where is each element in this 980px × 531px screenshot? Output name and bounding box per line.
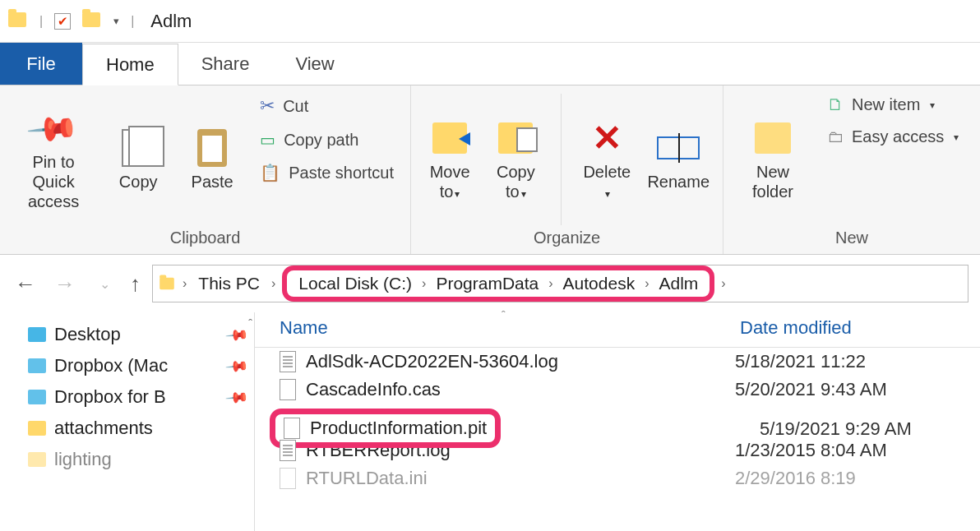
easy-access-button[interactable]: 🗀 Easy access▾ xyxy=(824,126,962,148)
title-bar: | ✔ ▾ | Adlm xyxy=(0,0,980,43)
tab-view[interactable]: View xyxy=(272,43,357,85)
sort-indicator-icon: ˆ xyxy=(502,309,506,322)
pin-icon: 📌 xyxy=(224,322,250,348)
file-icon xyxy=(280,379,296,400)
paste-shortcut-icon: 📋 xyxy=(260,163,280,182)
file-row[interactable]: CascadeInfo.cas 5/20/2021 9:43 AM xyxy=(255,376,980,404)
chevron-right-icon[interactable]: › xyxy=(270,276,277,291)
tab-home[interactable]: Home xyxy=(82,44,178,85)
new-item-button[interactable]: 🗋 New item▾ xyxy=(824,94,962,116)
new-folder-icon xyxy=(755,122,791,154)
window-title: Adlm xyxy=(150,11,192,32)
copy-label: Copy xyxy=(119,172,158,192)
address-bar[interactable]: › This PC › Local Disk (C:) › ProgramDat… xyxy=(152,265,968,302)
sidebar-item-dropbox-b[interactable]: Dropbox for B 📌 xyxy=(3,381,251,413)
dropbox-icon xyxy=(28,358,46,373)
desktop-icon xyxy=(28,327,46,342)
group-label-organize: Organize xyxy=(424,225,710,251)
nav-row: ← → ⌄ ↑ › This PC › Local Disk (C:) › Pr… xyxy=(0,255,980,312)
rename-button[interactable]: Rename xyxy=(647,94,710,225)
paste-label: Paste xyxy=(192,172,233,192)
copy-path-button[interactable]: ▭ Copy path xyxy=(257,128,397,151)
delete-x-icon: ✕ xyxy=(592,117,622,160)
ribbon-tabs: File Home Share View xyxy=(0,43,980,85)
group-organize: Move to▾ Copy to▾ ✕ Delete▾ Rename Organ… xyxy=(411,85,723,254)
breadcrumb-autodesk[interactable]: Autodesk xyxy=(558,272,640,295)
rename-icon xyxy=(657,136,700,159)
cut-button[interactable]: ✂ Cut xyxy=(257,94,397,118)
ribbon: 📌 Pin to Quick access Copy Paste ✂ Cut ▭… xyxy=(0,85,980,255)
breadcrumb-programdata[interactable]: ProgramData xyxy=(431,272,543,295)
chevron-right-icon[interactable]: › xyxy=(719,276,727,291)
file-rows: AdlSdk-ACD2022EN-53604.log 5/18/2021 11:… xyxy=(255,348,980,492)
highlighted-path: Local Disk (C:) › ProgramData › Autodesk… xyxy=(282,266,714,302)
group-label-new: New xyxy=(737,225,967,251)
address-folder-icon xyxy=(159,278,174,289)
copy-to-button[interactable]: Copy to▾ xyxy=(490,94,541,225)
tab-share[interactable]: Share xyxy=(178,43,273,85)
pin-to-quick-access-button[interactable]: 📌 Pin to Quick access xyxy=(13,94,94,225)
log-file-icon xyxy=(280,440,296,461)
new-item-icon: 🗋 xyxy=(827,95,844,114)
sidebar-item-lighting[interactable]: lighting xyxy=(3,444,251,475)
column-name[interactable]: Name xyxy=(280,317,740,339)
folder-icon xyxy=(28,452,46,467)
chevron-right-icon[interactable]: › xyxy=(420,276,428,291)
copy-icon xyxy=(122,129,155,167)
breadcrumb-adlm[interactable]: Adlm xyxy=(654,272,703,295)
pin-label: Pin to Quick access xyxy=(13,152,94,211)
pin-icon: 📌 xyxy=(224,353,250,379)
separator: | xyxy=(39,14,43,29)
copy-button[interactable]: Copy xyxy=(109,94,168,225)
file-row[interactable]: RTURLData.ini 2/29/2016 8:19 xyxy=(255,464,980,492)
paste-shortcut-button[interactable]: 📋 Paste shortcut xyxy=(257,161,397,184)
file-row[interactable]: AdlSdk-ACD2022EN-53604.log 5/18/2021 11:… xyxy=(255,348,980,376)
move-to-icon xyxy=(432,122,467,154)
easy-access-icon: 🗀 xyxy=(827,127,844,146)
paste-button[interactable]: Paste xyxy=(183,94,242,225)
file-icon xyxy=(280,468,296,489)
log-file-icon xyxy=(280,351,296,372)
folder-icon xyxy=(28,421,46,436)
sidebar-item-dropbox-mac[interactable]: Dropbox (Mac 📌 xyxy=(3,350,251,381)
copy-path-icon: ▭ xyxy=(260,130,275,150)
new-folder-button[interactable]: New folder xyxy=(737,94,809,225)
move-to-button[interactable]: Move to▾ xyxy=(424,94,475,225)
chevron-right-icon[interactable]: › xyxy=(643,276,650,291)
chevron-right-icon[interactable]: › xyxy=(547,276,554,291)
window-folder-icon xyxy=(8,12,28,30)
nav-recent-dropdown[interactable]: ⌄ xyxy=(90,276,118,292)
file-list-pane: ˆ Name Date modified AdlSdk-ACD2022EN-53… xyxy=(255,312,980,531)
paste-icon xyxy=(197,129,227,167)
nav-back-button[interactable]: ← xyxy=(12,271,39,297)
column-date-modified[interactable]: Date modified xyxy=(740,317,852,339)
tab-file[interactable]: File xyxy=(0,43,82,85)
group-label-clipboard: Clipboard xyxy=(13,225,397,251)
properties-checkmark-icon[interactable]: ✔ xyxy=(54,13,71,30)
file-row-date-only[interactable]: 5/19/2021 9:29 AM xyxy=(280,415,980,443)
nav-sidebar: ˆ Desktop 📌 Dropbox (Mac 📌 Dropbox for B… xyxy=(0,312,255,531)
qat-dropdown-icon[interactable]: ▾ xyxy=(113,15,119,27)
group-clipboard: 📌 Pin to Quick access Copy Paste ✂ Cut ▭… xyxy=(0,85,411,254)
group-new: New folder 🗋 New item▾ 🗀 Easy access▾ Ne… xyxy=(723,85,980,254)
breadcrumb-this-pc[interactable]: This PC xyxy=(193,272,265,295)
dropbox-icon xyxy=(28,390,46,404)
chevron-right-icon[interactable]: › xyxy=(181,276,188,291)
sidebar-item-attachments[interactable]: attachments xyxy=(3,413,251,444)
nav-forward-button[interactable]: → xyxy=(51,271,79,297)
sidebar-scroll-up[interactable]: ˆ xyxy=(248,317,252,330)
scissors-icon: ✂ xyxy=(260,95,275,117)
copy-to-icon xyxy=(498,122,533,154)
separator: | xyxy=(131,14,134,29)
nav-up-button[interactable]: ↑ xyxy=(130,271,141,297)
column-headers: ˆ Name Date modified xyxy=(255,312,980,348)
pin-icon: 📌 xyxy=(25,100,82,157)
delete-button[interactable]: ✕ Delete▾ xyxy=(581,94,632,225)
qat-folder-icon[interactable] xyxy=(82,12,102,30)
content-area: ˆ Desktop 📌 Dropbox (Mac 📌 Dropbox for B… xyxy=(0,312,980,531)
pin-icon: 📌 xyxy=(224,385,250,410)
breadcrumb-local-disk[interactable]: Local Disk (C:) xyxy=(294,272,417,295)
sidebar-item-desktop[interactable]: Desktop 📌 xyxy=(3,319,251,350)
